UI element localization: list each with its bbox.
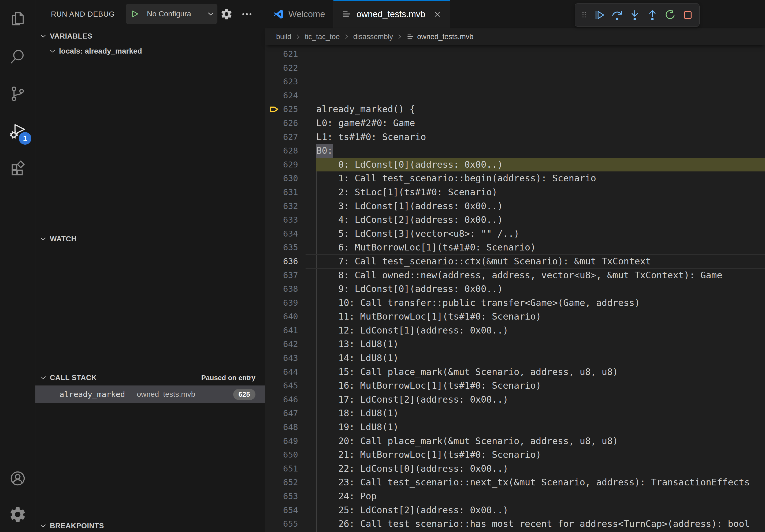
line-number[interactable]: 647	[265, 406, 298, 420]
views-and-more-actions-button[interactable]	[241, 8, 253, 20]
line-number[interactable]: 623	[265, 75, 298, 89]
open-launch-json-button[interactable]	[220, 8, 233, 20]
toolbar-drag-handle[interactable]	[579, 7, 589, 23]
line-number[interactable]: 630	[265, 171, 298, 185]
chevron-down-icon	[206, 10, 215, 18]
line-number[interactable]: 637	[265, 268, 298, 282]
gripper-icon	[580, 9, 588, 21]
sidebar-item-run-and-debug[interactable]: 1	[0, 113, 35, 150]
line-number[interactable]: 649	[265, 434, 298, 448]
code-line: 622 L0: game#2#0: Game	[265, 61, 765, 75]
variables-section-header[interactable]: VARIABLES	[35, 28, 265, 44]
code-line: 635 10: Call transfer::public_transfer<G…	[265, 241, 765, 254]
run-and-debug-panel: RUN AND DEBUG No Configura VARIABLES	[35, 0, 265, 532]
breadcrumb-item[interactable]: disassembly	[353, 33, 393, 41]
more-icon	[241, 8, 253, 20]
watch-section: WATCH	[35, 231, 265, 370]
call-stack-frame[interactable]: already_marked owned_tests.mvb 625	[35, 386, 265, 403]
watch-section-header[interactable]: WATCH	[35, 231, 265, 247]
line-number[interactable]: 634	[265, 227, 298, 241]
sidebar-item-search[interactable]	[0, 38, 35, 75]
line-number[interactable]: 640	[265, 310, 298, 324]
accounts-button[interactable]	[0, 460, 35, 497]
line-number[interactable]: 631	[265, 185, 298, 199]
line-number[interactable]: 628	[265, 144, 298, 158]
stop-button[interactable]	[680, 7, 696, 23]
tab-owned-tests[interactable]: owned_tests.mvb	[334, 0, 450, 28]
line-number[interactable]: 638	[265, 282, 298, 296]
sidebar-item-extensions[interactable]	[0, 150, 35, 187]
line-number[interactable]: 651	[265, 462, 298, 476]
code-line: 649 24: Pop	[265, 434, 765, 448]
code-line: 645 20: Call place_mark(&mut Scenario, a…	[265, 379, 765, 393]
line-number[interactable]: 646	[265, 393, 298, 406]
tab-label: owned_tests.mvb	[357, 9, 425, 19]
call-stack-section: CALL STACK Paused on entry already_marke…	[35, 370, 265, 518]
debug-step-over-icon	[611, 9, 623, 21]
step-out-button[interactable]	[645, 7, 660, 23]
frame-line-badge: 625	[233, 389, 256, 400]
line-number[interactable]: 629	[265, 158, 298, 172]
line-number[interactable]: 621	[265, 47, 298, 61]
sidebar-item-source-control[interactable]	[0, 75, 35, 113]
step-over-button[interactable]	[609, 7, 625, 23]
tab-welcome[interactable]: Welcome	[265, 0, 334, 28]
manage-button[interactable]	[0, 497, 35, 532]
configuration-label: No Configura	[143, 10, 206, 18]
step-into-button[interactable]	[627, 7, 642, 23]
line-number[interactable]: 645	[265, 379, 298, 393]
line-number[interactable]: 633	[265, 213, 298, 227]
sidebar-item-explorer[interactable]	[0, 0, 35, 38]
line-number[interactable]: 632	[265, 199, 298, 213]
line-number[interactable]: 625	[265, 102, 298, 116]
extensions-icon	[9, 160, 27, 177]
line-number[interactable]: 654	[265, 503, 298, 517]
line-number[interactable]: 644	[265, 365, 298, 379]
line-number[interactable]: 653	[265, 489, 298, 503]
close-icon[interactable]	[433, 10, 442, 19]
debug-step-out-icon	[646, 9, 659, 21]
code-line: 638 13: LdU8(1)	[265, 282, 765, 296]
line-number[interactable]: 655	[265, 517, 298, 531]
line-number[interactable]: 642	[265, 337, 298, 351]
line-number[interactable]: 648	[265, 420, 298, 434]
line-number[interactable]: 641	[265, 324, 298, 338]
breadcrumb-item[interactable]: tic_tac_toe	[305, 33, 340, 41]
debug-toolbar	[575, 3, 700, 27]
line-number[interactable]: 627	[265, 130, 298, 144]
frame-function: already_marked	[60, 390, 125, 399]
line-number[interactable]: 622	[265, 61, 298, 75]
source-control-icon	[9, 85, 27, 103]
line-number[interactable]: 636	[265, 254, 298, 268]
code-line: 640 15: Call place_mark(&mut Scenario, a…	[265, 310, 765, 324]
line-number[interactable]: 643	[265, 351, 298, 365]
variables-scope-row[interactable]: locals: already_marked	[35, 44, 265, 58]
debug-restart-icon	[664, 9, 676, 21]
tab-label: Welcome	[289, 9, 325, 19]
code-line: 621 already_marked() {	[265, 47, 765, 61]
code-line: 636 11: MutBorrowLoc[1](ts#1#0: Scenario…	[265, 254, 765, 268]
line-number[interactable]: 639	[265, 296, 298, 310]
call-stack-section-header[interactable]: CALL STACK Paused on entry	[35, 370, 265, 386]
continue-button[interactable]	[591, 7, 607, 23]
line-number[interactable]: 650	[265, 448, 298, 462]
breakpoints-section-header[interactable]: BREAKPOINTS	[35, 518, 265, 532]
line-number[interactable]: 652	[265, 475, 298, 489]
search-icon	[9, 47, 27, 65]
start-debugging-button[interactable]	[126, 4, 143, 24]
debug-configuration-dropdown[interactable]: No Configura	[126, 4, 217, 24]
code-editor[interactable]: 621 already_marked() { 622 L0: game#2#0:…	[265, 45, 765, 532]
vscode-logo-icon	[274, 9, 284, 19]
debug-badge: 1	[19, 132, 31, 145]
line-number[interactable]: 635	[265, 241, 298, 254]
breadcrumb-item[interactable]: owned_tests.mvb	[406, 33, 473, 41]
frame-file: owned_tests.mvb	[137, 390, 195, 399]
code-line: 648 23: Call test_scenario::next_tx(&mut…	[265, 420, 765, 434]
breadcrumb-item[interactable]: build	[276, 33, 291, 41]
line-number[interactable]: 624	[265, 89, 298, 103]
debug-status-badge: Paused on entry	[201, 374, 256, 382]
code-line: 634 9: LdConst[0](address: 0x00..)	[265, 227, 765, 241]
line-number[interactable]: 626	[265, 116, 298, 130]
restart-button[interactable]	[662, 7, 678, 23]
files-icon	[9, 10, 27, 28]
